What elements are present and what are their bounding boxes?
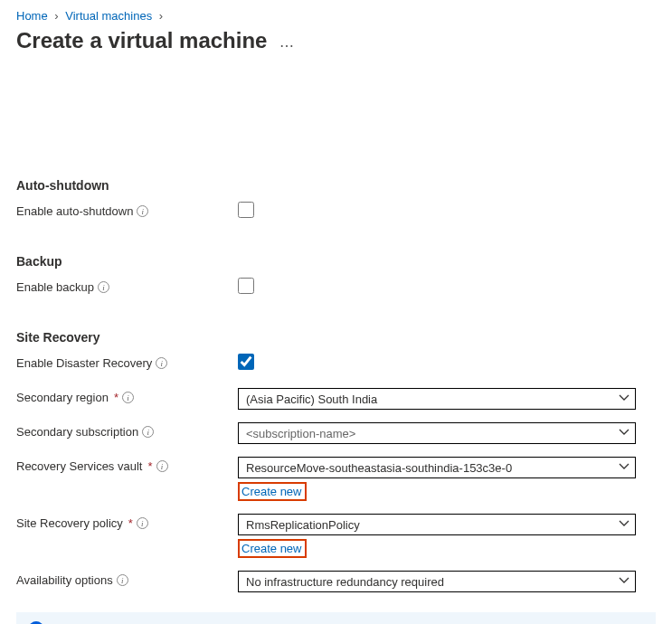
breadcrumb-home[interactable]: Home [16,9,48,23]
info-icon[interactable]: i [117,574,128,586]
required-indicator: * [147,459,152,473]
label-enable-backup: Enable backup [16,280,94,294]
label-recovery-services-vault: Recovery Services vault [16,459,142,473]
label-availability-options: Availability options [16,573,113,587]
section-heading-site-recovery: Site Recovery [16,330,656,345]
breadcrumb: Home › Virtual machines › [16,9,656,23]
info-icon[interactable]: i [137,517,148,529]
more-actions-icon[interactable]: ⋯ [279,37,296,54]
info-icon[interactable]: i [122,392,134,403]
info-icon[interactable]: i [142,426,154,438]
select-recovery-services-vault[interactable]: ResourceMove-southeastasia-southindia-15… [238,457,636,478]
info-icon[interactable]: i [156,460,168,472]
select-value: No infrastructure redundancy required [246,575,444,589]
breadcrumb-virtual-machines[interactable]: Virtual machines [65,9,152,23]
required-indicator: * [128,516,133,530]
info-icon[interactable]: i [137,205,148,217]
info-icon[interactable]: i [98,281,109,293]
select-secondary-subscription[interactable]: <subscription-name> [238,422,636,444]
select-availability-options[interactable]: No infrastructure redundancy required [238,571,636,592]
section-heading-auto-shutdown: Auto-shutdown [16,178,656,193]
link-create-new-vault[interactable]: Create new [238,482,307,501]
checkbox-enable-disaster-recovery[interactable] [238,354,254,370]
label-secondary-subscription: Secondary subscription [16,425,138,439]
label-site-recovery-policy: Site Recovery policy [16,516,123,530]
info-icon[interactable]: i [156,357,167,369]
chevron-down-icon [619,427,629,440]
checkbox-enable-auto-shutdown[interactable] [238,202,254,218]
chevron-down-icon [619,575,629,589]
section-heading-backup: Backup [16,254,656,269]
chevron-right-icon: › [159,9,163,23]
select-value: RmsReplicationPolicy [246,518,360,532]
label-enable-auto-shutdown: Enable auto-shutdown [16,204,133,218]
select-value: (Asia Pacific) South India [246,392,377,406]
page-title: Create a virtual machine [16,28,267,53]
label-enable-disaster-recovery: Enable Disaster Recovery [16,356,152,370]
select-secondary-region[interactable]: (Asia Pacific) South India [238,388,636,410]
link-create-new-policy[interactable]: Create new [238,539,307,558]
checkbox-enable-backup[interactable] [238,278,254,294]
required-indicator: * [114,391,118,404]
chevron-down-icon [619,392,629,406]
chevron-down-icon [619,461,629,475]
label-secondary-region: Secondary region [16,391,109,404]
chevron-down-icon [619,518,629,532]
select-site-recovery-policy[interactable]: RmsReplicationPolicy [238,514,636,535]
select-value: ResourceMove-southeastasia-southindia-15… [246,461,512,475]
select-value: <subscription-name> [246,427,355,440]
chevron-right-icon: › [54,9,58,23]
info-banner-site-recovery[interactable]: i By default, Azure Site Recovery will u… [16,612,656,624]
